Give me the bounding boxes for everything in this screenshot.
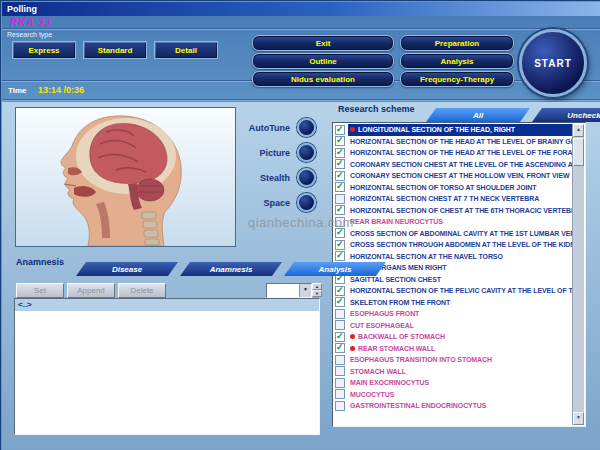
research-item-row[interactable]: SKELETON FROM THE FRONT xyxy=(333,297,573,309)
scrollbar-thumb[interactable] xyxy=(573,138,584,166)
item-checkbox[interactable] xyxy=(335,159,345,169)
research-item-row[interactable]: CROSS SECTION OF ABDOMINAL CAVITY AT THE… xyxy=(333,228,573,240)
item-checkbox[interactable] xyxy=(335,320,345,330)
research-type-button[interactable]: Detail xyxy=(154,41,218,59)
anamnesis-tab[interactable]: Disease xyxy=(76,262,178,276)
item-checkbox[interactable] xyxy=(335,251,345,261)
research-item-content: SKELETON FROM THE FRONT xyxy=(348,297,573,309)
research-item-content: HORIZONTAL SECTION OF THE HEAD AT THE LE… xyxy=(348,136,573,148)
research-item-row[interactable]: STOMACH WALL xyxy=(333,366,573,378)
item-checkbox[interactable] xyxy=(335,136,345,146)
combobox-arrow-icon[interactable]: ▼ xyxy=(299,284,311,297)
research-item-label: MAIN EXOCRINOCYTUS xyxy=(350,379,429,386)
research-type-buttons: Express Standard Detail xyxy=(12,41,218,59)
item-checkbox[interactable] xyxy=(335,378,345,388)
spinner-up-icon[interactable]: ▲ xyxy=(312,283,322,290)
research-item-row[interactable]: CROSS SECTION THROUGH ABDOMEN AT THE LEV… xyxy=(333,239,573,251)
research-item-row[interactable]: CORONARY SECTION CHEST AT THE LEVEL OF T… xyxy=(333,159,573,171)
tool-button[interactable] xyxy=(297,143,316,162)
anamnesis-list-item[interactable]: <..> xyxy=(15,299,319,311)
research-item-row[interactable]: ESOPHAGUS FRONT xyxy=(333,308,573,320)
research-item-row[interactable]: HORIZONTAL SECTION AT THE NAVEL TORSO xyxy=(333,251,573,263)
research-item-row[interactable]: BACKWALL OF STOMACH xyxy=(333,331,573,343)
item-checkbox[interactable] xyxy=(335,182,345,192)
research-item-row[interactable]: MUCOCYTUS xyxy=(333,389,573,401)
item-checkbox[interactable] xyxy=(335,389,345,399)
research-scheme-tab[interactable]: Uncheck xyxy=(532,108,600,122)
nav-button[interactable]: Nidus evaluation xyxy=(252,71,394,87)
research-item-label: BACKWALL OF STOMACH xyxy=(358,333,445,340)
item-checkbox[interactable] xyxy=(335,401,345,411)
research-item-label: HORIZONTAL SECTION OF THE HEAD AT THE LE… xyxy=(350,138,573,145)
combobox-value xyxy=(267,284,299,297)
tool-button[interactable] xyxy=(297,118,316,137)
tool-button[interactable] xyxy=(297,168,316,187)
start-button[interactable]: START xyxy=(519,29,587,97)
tool-button[interactable] xyxy=(297,193,316,212)
item-checkbox[interactable] xyxy=(335,309,345,319)
tool-label: Stealth xyxy=(260,173,290,183)
research-scheme-tab[interactable]: All xyxy=(426,108,530,122)
item-checkbox[interactable] xyxy=(335,171,345,181)
nav-button[interactable]: Frequency-Therapy xyxy=(400,71,514,87)
research-item-content: CROSS SECTION OF ABDOMINAL CAVITY AT THE… xyxy=(348,228,573,240)
item-checkbox[interactable] xyxy=(335,297,345,307)
research-item-content: HORIZONTAL SECTION AT THE NAVEL TORSO xyxy=(348,251,573,263)
nav-button[interactable]: Outline xyxy=(252,53,394,69)
research-item-row[interactable]: HORIZONTAL SECTION CHEST AT 7 TH NECK VE… xyxy=(333,193,573,205)
research-item-content: MUCOCYTUS xyxy=(348,389,573,401)
item-checkbox[interactable] xyxy=(335,286,345,296)
item-checkbox[interactable] xyxy=(335,343,345,353)
research-item-row[interactable]: MAIN EXOCRINOCYTUS xyxy=(333,377,573,389)
item-checkbox[interactable] xyxy=(335,332,345,342)
research-item-label: HORIZONTAL SECTION OF THE HEAD AT THE LE… xyxy=(350,149,573,156)
head-section-image xyxy=(15,107,236,247)
item-checkbox[interactable] xyxy=(335,125,345,135)
research-item-label: GASTROINTESTINAL ENDOCRINOCYTUS xyxy=(350,402,486,409)
nav-button[interactable]: Analysis xyxy=(400,53,514,69)
research-scheme-label: Research scheme xyxy=(338,104,415,114)
title-bar[interactable]: Polling xyxy=(2,2,600,16)
research-item-row[interactable]: HORIZONTAL SECTION OF CHEST AT THE 6TH T… xyxy=(333,205,573,217)
research-item-content: LONGITUDINAL SECTION OF THE HEAD, RIGHT xyxy=(348,124,573,136)
research-item-row[interactable]: GASTROINTESTINAL ENDOCRINOCYTUS xyxy=(333,400,573,412)
research-scheme-tabs: All Uncheck xyxy=(426,108,600,122)
research-item-row[interactable]: HORIZONTAL SECTION OF THE HEAD AT THE LE… xyxy=(333,136,573,148)
item-checkbox[interactable] xyxy=(335,205,345,215)
research-item-row[interactable]: HORIZONTAL SECTION OF THE PELVIC CAVITY … xyxy=(333,285,573,297)
result-dot-icon xyxy=(350,346,355,351)
tool-label: Picture xyxy=(259,148,290,158)
nav-button[interactable]: Preparation xyxy=(400,35,514,51)
research-item-row[interactable]: HORIZONTAL SECTION OF TORSO AT SHOULDER … xyxy=(333,182,573,194)
anamnesis-tab[interactable]: Anamnesis xyxy=(180,262,282,276)
research-item-row[interactable]: CORONARY SECTION CHEST AT THE HOLLOW VEI… xyxy=(333,170,573,182)
research-type-label: Research type xyxy=(7,31,52,38)
anamnesis-tab[interactable]: Analysis xyxy=(284,262,386,276)
anamnesis-spinner[interactable]: ▲ ▼ xyxy=(312,283,322,296)
item-checkbox[interactable] xyxy=(335,148,345,158)
research-item-row[interactable]: REAR BRAIN NEUROCYTUS xyxy=(333,216,573,228)
item-checkbox[interactable] xyxy=(335,194,345,204)
research-item-row[interactable]: REAR STOMACH WALL xyxy=(333,343,573,355)
item-checkbox[interactable] xyxy=(335,240,345,250)
nav-button[interactable]: Exit xyxy=(252,35,394,51)
item-checkbox[interactable] xyxy=(335,355,345,365)
research-item-content: HORIZONTAL SECTION OF TORSO AT SHOULDER … xyxy=(348,182,573,194)
anamnesis-action-button[interactable]: Append xyxy=(67,283,115,298)
research-item-row[interactable]: ESOPHAGUS TRANSITION INTO STOMACH xyxy=(333,354,573,366)
spinner-down-icon[interactable]: ▼ xyxy=(312,290,322,297)
research-item-row[interactable]: CUT ESOPHAGEAL xyxy=(333,320,573,332)
anamnesis-combobox[interactable]: ▼ xyxy=(266,283,312,298)
scrollbar-down-icon[interactable]: ▼ xyxy=(573,412,584,425)
scrollbar-up-icon[interactable]: ▲ xyxy=(573,124,584,137)
anamnesis-action-button[interactable]: Delete xyxy=(118,283,166,298)
research-item-row[interactable]: LONGITUDINAL SECTION OF THE HEAD, RIGHT xyxy=(333,124,573,136)
research-type-button[interactable]: Standard xyxy=(83,41,147,59)
research-item-content: MAIN EXOCRINOCYTUS xyxy=(348,377,573,389)
anamnesis-action-button[interactable]: Set xyxy=(16,283,64,298)
research-item-row[interactable]: HORIZONTAL SECTION OF THE HEAD AT THE LE… xyxy=(333,147,573,159)
scrollbar[interactable]: ▲ ▼ xyxy=(572,124,584,425)
item-checkbox[interactable] xyxy=(335,366,345,376)
tool-label: AutoTune xyxy=(249,123,290,133)
research-type-button[interactable]: Express xyxy=(12,41,76,59)
